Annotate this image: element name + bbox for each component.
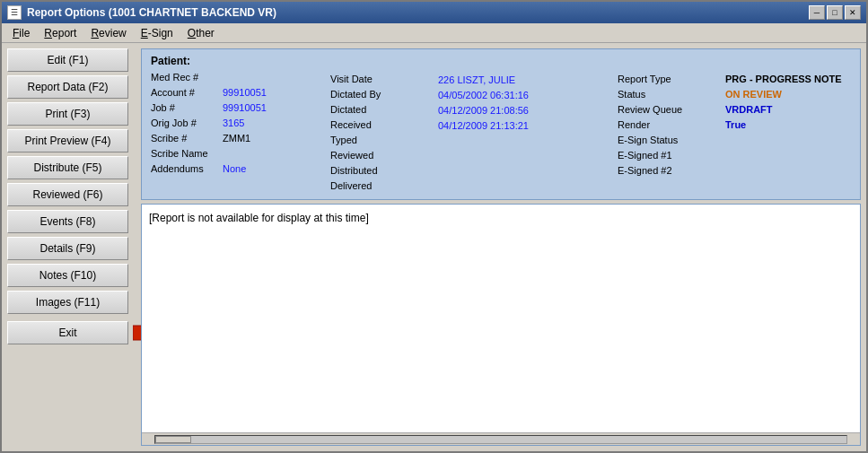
menu-report[interactable]: Report: [37, 25, 83, 41]
patient-col-1: Patient: Med Rec # Account # 99910051 Jo…: [151, 55, 330, 194]
received-val-row: 04/12/2009 21:08:56: [438, 104, 618, 118]
visitdate-label: Visit Date: [330, 73, 402, 87]
dictated-by-value: 226 LISZT, JULIE: [438, 74, 515, 88]
scribe-value: ZMM1: [223, 132, 250, 146]
dictated-val-row: 04/05/2002 06:31:16: [438, 89, 618, 103]
scroll-thumb[interactable]: [155, 436, 191, 443]
orig-job-value: 3165: [223, 117, 244, 131]
sidebar: Edit (F1) Report Data (F2) Print (F3) Pr…: [2, 43, 141, 451]
report-type-value: PRG - PROGRESS NOTE: [725, 73, 842, 87]
edit-button[interactable]: Edit (F1): [7, 48, 128, 72]
distributed-label: Distributed: [330, 164, 402, 179]
orig-job-label: Orig Job #: [151, 117, 223, 131]
field-account: Account # 99910051: [151, 86, 330, 100]
field-scribe-name: Scribe Name: [151, 147, 330, 161]
minimize-button[interactable]: ─: [809, 5, 825, 20]
account-label: Account #: [151, 86, 223, 100]
menu-bar: File Report Review E-Sign Other: [2, 23, 866, 43]
right-panel: Patient: Med Rec # Account # 99910051 Jo…: [141, 43, 866, 451]
field-visitdate: Visit Date: [330, 73, 438, 87]
patient-info-panel: Patient: Med Rec # Account # 99910051 Jo…: [141, 48, 861, 200]
distribute-button[interactable]: Distribute (F5): [7, 156, 128, 179]
images-button[interactable]: Images (F11): [7, 291, 128, 314]
field-orig-job: Orig Job # 3165: [151, 117, 330, 131]
patient-col-2: Visit Date Dictated By Dictated Received…: [330, 55, 438, 194]
field-dictated-by: Dictated By: [330, 88, 438, 102]
med-rec-label: Med Rec #: [151, 71, 223, 85]
job-value: 99910051: [223, 101, 267, 116]
esigned1-label: E-Signed #1: [618, 149, 689, 163]
render-val-row: True: [725, 118, 851, 133]
field-med-rec: Med Rec #: [151, 71, 330, 85]
scroll-track: [154, 435, 847, 444]
field-dictated: Dictated: [330, 103, 438, 118]
status-value: ON REVIEW: [725, 88, 782, 102]
menu-other[interactable]: Other: [180, 25, 222, 41]
field-delivered: Delivered: [330, 179, 438, 194]
status-label: Status: [618, 88, 689, 102]
notes-button[interactable]: Notes (F10): [7, 264, 128, 287]
field-reviewed: Reviewed: [330, 149, 438, 163]
field-typed: Typed: [330, 134, 438, 148]
main-content: Edit (F1) Report Data (F2) Print (F3) Pr…: [2, 43, 866, 451]
details-button[interactable]: Details (F9): [7, 237, 128, 260]
review-queue-value: VRDRAFT: [725, 103, 773, 118]
render-row: Render: [618, 118, 725, 133]
dictated-label: Dictated: [330, 103, 402, 118]
title-bar-buttons: ─ □ ✕: [809, 5, 861, 20]
menu-file[interactable]: File: [5, 25, 37, 41]
horizontal-scrollbar[interactable]: [142, 432, 860, 445]
scribe-name-label: Scribe Name: [151, 147, 223, 161]
field-job: Job # 99910051: [151, 101, 330, 116]
review-queue-val-row: VRDRAFT: [725, 103, 851, 118]
patient-col-5: PRG - PROGRESS NOTE ON REVIEW VRDRAFT Tr…: [725, 55, 851, 194]
render-value: True: [725, 118, 746, 133]
maximize-button[interactable]: □: [827, 5, 843, 20]
dictated-by-val-row: 226 LISZT, JULIE: [438, 74, 618, 88]
job-label: Job #: [151, 101, 223, 116]
print-preview-button[interactable]: Print Preview (F4): [7, 129, 128, 152]
typed-val-row: 04/12/2009 21:13:21: [438, 119, 618, 134]
patient-col-3: 226 LISZT, JULIE 04/05/2002 06:31:16 04/…: [438, 55, 618, 194]
report-type-label: Report Type: [618, 73, 689, 87]
events-button[interactable]: Events (F8): [7, 210, 128, 233]
report-content-panel: [Report is not available for display at …: [141, 204, 861, 447]
esigned2-label: E-Signed #2: [618, 164, 689, 179]
esign-status-label: E-Sign Status: [618, 134, 689, 148]
reviewed-button[interactable]: Reviewed (F6): [7, 183, 128, 206]
status-val-row: ON REVIEW: [725, 88, 851, 102]
received-value: 04/12/2009 21:08:56: [438, 104, 529, 118]
main-window: ☰ Report Options (1001 CHARTNET BACKEND …: [0, 0, 868, 453]
field-scribe: Scribe # ZMM1: [151, 132, 330, 146]
field-received: Received: [330, 118, 438, 133]
delivered-label: Delivered: [330, 179, 402, 194]
addendums-label: Addendums: [151, 162, 223, 177]
render-label: Render: [618, 118, 689, 133]
window-title: Report Options (1001 CHARTNET BACKEND VR…: [27, 6, 276, 19]
esigned2-row: E-Signed #2: [618, 164, 725, 179]
report-data-button[interactable]: Report Data (F2): [7, 75, 128, 99]
print-button[interactable]: Print (F3): [7, 102, 128, 126]
patient-header: Patient:: [151, 55, 330, 67]
status-row: Status: [618, 88, 725, 102]
review-queue-label: Review Queue: [618, 103, 689, 118]
typed-value: 04/12/2009 21:13:21: [438, 119, 529, 134]
exit-btn-container: Exit: [7, 321, 136, 344]
window-icon: ☰: [7, 5, 22, 20]
received-label: Received: [330, 118, 402, 133]
menu-review[interactable]: Review: [83, 25, 133, 41]
esign-status-row: E-Sign Status: [618, 134, 725, 148]
dictated-by-label: Dictated By: [330, 88, 402, 102]
field-addendums: Addendums None: [151, 162, 330, 177]
title-bar: ☰ Report Options (1001 CHARTNET BACKEND …: [2, 2, 866, 23]
menu-esign[interactable]: E-Sign: [134, 25, 180, 41]
exit-button[interactable]: Exit: [7, 321, 128, 344]
esigned1-row: E-Signed #1: [618, 149, 725, 163]
close-button[interactable]: ✕: [845, 5, 861, 20]
field-distributed: Distributed: [330, 164, 438, 179]
review-queue-row: Review Queue: [618, 103, 725, 118]
scribe-label: Scribe #: [151, 132, 223, 146]
report-type-val-row: PRG - PROGRESS NOTE: [725, 73, 851, 87]
account-value: 99910051: [223, 86, 267, 100]
addendums-value: None: [223, 162, 246, 177]
